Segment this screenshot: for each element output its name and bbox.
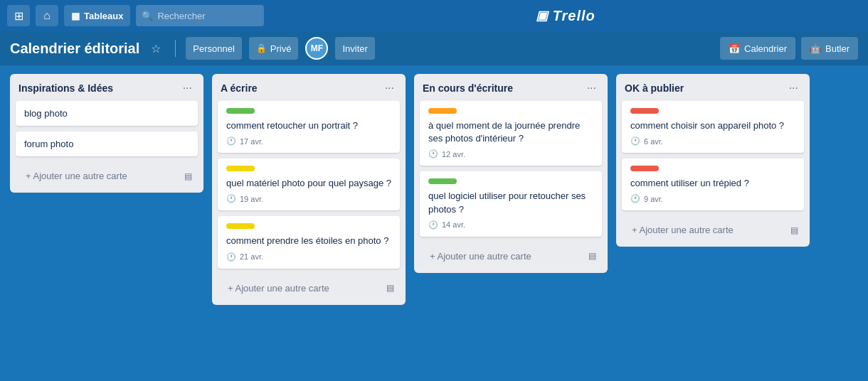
star-button[interactable]: ☆ — [147, 41, 165, 57]
list-cards-inspirations: blog photoforum photo — [10, 101, 203, 162]
private-button[interactable]: 🔒 Privé — [249, 37, 299, 60]
list-item[interactable]: blog photo — [16, 101, 198, 126]
table-row[interactable]: comment utiliser un trépied ?🕐9 avr. — [622, 159, 804, 210]
add-card-label: + Ajouter une autre carte — [26, 171, 127, 181]
add-card-area-ok-publier: + Ajouter une autre carte▤ — [616, 216, 810, 247]
card-meta: 🕐14 avr. — [428, 220, 593, 230]
apps-button[interactable]: ⊞ — [7, 5, 30, 26]
card-date: 6 avr. — [644, 137, 663, 146]
add-card-label: + Ajouter une autre carte — [430, 251, 531, 262]
card-title: comment utiliser un trépied ? — [630, 177, 795, 190]
list-ok-publier: OK à publier···comment choisir son appar… — [616, 74, 810, 247]
list-header-a-ecrire: A écrire··· — [212, 74, 406, 101]
clock-icon: 🕐 — [226, 252, 236, 262]
list-header-ok-publier: OK à publier··· — [616, 74, 810, 101]
butler-label: Butler — [825, 43, 850, 54]
card-label-red — [630, 166, 659, 171]
add-card-button-a-ecrire[interactable]: + Ajouter une autre carte▤ — [215, 277, 403, 299]
template-icon: ▤ — [588, 251, 596, 261]
table-row[interactable]: quel logiciel utiliser pour retoucher se… — [420, 171, 602, 236]
header-right: 📅 Calendrier 🤖 Butler — [720, 37, 858, 60]
card-label-green — [428, 178, 457, 184]
home-button[interactable]: ⌂ — [36, 5, 58, 26]
list-cards-en-cours: à quel moment de la journée prendre ses … — [414, 101, 608, 242]
lock-icon: 🔒 — [256, 43, 267, 53]
search-input[interactable] — [136, 5, 264, 26]
template-icon: ▤ — [386, 283, 394, 293]
card-meta: 🕐21 avr. — [226, 252, 391, 262]
clock-icon: 🕐 — [226, 194, 236, 203]
butler-icon: 🤖 — [810, 43, 821, 54]
table-row[interactable]: comment retoucher un portrait ?🕐17 avr. — [218, 101, 400, 153]
list-title-en-cours: En cours d'écriture — [423, 82, 513, 94]
card-title: quel logiciel utiliser pour retoucher se… — [428, 190, 593, 215]
top-nav: ⊞ ⌂ ▦ Tableaux 🔍 ▣ Trello — [0, 0, 868, 31]
add-card-area-inspirations: + Ajouter une autre carte▤ — [10, 162, 203, 193]
card-date: 21 avr. — [240, 252, 263, 261]
clock-icon: 🕐 — [428, 149, 438, 159]
card-date: 9 avr. — [644, 195, 663, 203]
personal-label: Personnel — [193, 43, 235, 54]
list-menu-button-a-ecrire[interactable]: ··· — [382, 81, 397, 95]
card-date: 14 avr. — [442, 220, 465, 229]
trello-logo: ▣ Trello — [270, 8, 861, 24]
list-title-inspirations: Inspirations & Idées — [18, 82, 113, 94]
list-en-cours: En cours d'écriture···à quel moment de l… — [414, 74, 608, 273]
card-label-yellow — [226, 166, 255, 171]
invite-button[interactable]: Inviter — [335, 37, 374, 60]
card-date: 17 avr. — [240, 137, 263, 146]
add-card-button-en-cours[interactable]: + Ajouter une autre carte▤ — [417, 245, 605, 267]
add-card-area-a-ecrire: + Ajouter une autre carte▤ — [212, 274, 406, 305]
card-meta: 🕐19 avr. — [226, 194, 391, 203]
list-title-ok-publier: OK à publier — [625, 82, 684, 94]
list-a-ecrire: A écrire···comment retoucher un portrait… — [212, 74, 406, 305]
add-card-label: + Ajouter une autre carte — [228, 283, 329, 294]
list-inspirations: Inspirations & Idées···blog photoforum p… — [10, 74, 203, 193]
private-label: Privé — [270, 43, 292, 54]
card-label-red — [630, 108, 659, 114]
card-title: quel matériel photo pour quel paysage ? — [226, 177, 391, 190]
header-divider — [175, 40, 176, 57]
board-header: Calendrier éditorial ☆ Personnel 🔒 Privé… — [0, 31, 868, 65]
search-wrap: 🔍 — [136, 5, 264, 26]
card-date: 12 avr. — [442, 150, 465, 159]
card-label-orange — [428, 108, 457, 114]
board-content: Inspirations & Idées···blog photoforum p… — [0, 65, 868, 381]
card-date: 19 avr. — [240, 195, 263, 203]
list-item[interactable]: forum photo — [16, 132, 198, 156]
list-header-en-cours: En cours d'écriture··· — [414, 74, 608, 101]
add-card-label: + Ajouter une autre carte — [632, 225, 734, 235]
trello-logo-icon: ▣ — [536, 8, 549, 23]
template-icon: ▤ — [184, 171, 192, 181]
list-menu-button-ok-publier[interactable]: ··· — [786, 81, 801, 95]
calendar-icon: 📅 — [729, 43, 740, 54]
list-menu-button-inspirations[interactable]: ··· — [180, 81, 195, 95]
list-cards-ok-publier: comment choisir son appareil photo ?🕐6 a… — [616, 101, 810, 216]
list-cards-a-ecrire: comment retoucher un portrait ?🕐17 avr.q… — [212, 101, 406, 274]
template-icon: ▤ — [790, 225, 798, 235]
add-card-area-en-cours: + Ajouter une autre carte▤ — [414, 242, 608, 273]
clock-icon: 🕐 — [428, 220, 438, 230]
table-row[interactable]: à quel moment de la journée prendre ses … — [420, 101, 602, 166]
personal-button[interactable]: Personnel — [186, 37, 242, 60]
card-meta: 🕐6 avr. — [630, 136, 795, 146]
table-row[interactable]: quel matériel photo pour quel paysage ?🕐… — [218, 159, 400, 210]
add-card-button-inspirations[interactable]: + Ajouter une autre carte▤ — [13, 165, 201, 187]
list-header-inspirations: Inspirations & Idées··· — [10, 74, 203, 101]
card-title: comment choisir son appareil photo ? — [630, 119, 795, 132]
list-menu-button-en-cours[interactable]: ··· — [584, 81, 599, 95]
clock-icon: 🕐 — [226, 136, 236, 146]
card-meta: 🕐17 avr. — [226, 136, 391, 146]
clock-icon: 🕐 — [630, 194, 640, 203]
butler-button[interactable]: 🤖 Butler — [801, 37, 858, 60]
table-row[interactable]: comment choisir son appareil photo ?🕐6 a… — [622, 101, 804, 153]
calendar-button[interactable]: 📅 Calendrier — [720, 37, 795, 60]
add-card-button-ok-publier[interactable]: + Ajouter une autre carte▤ — [619, 219, 807, 241]
avatar[interactable]: MF — [305, 37, 328, 60]
invite-label: Inviter — [342, 43, 367, 54]
tableaux-button[interactable]: ▦ Tableaux — [64, 5, 130, 26]
clock-icon: 🕐 — [630, 136, 640, 146]
card-title: à quel moment de la journée prendre ses … — [428, 119, 593, 145]
list-title-a-ecrire: A écrire — [221, 82, 258, 94]
table-row[interactable]: comment prendre les étoiles en photo ?🕐2… — [218, 216, 400, 268]
